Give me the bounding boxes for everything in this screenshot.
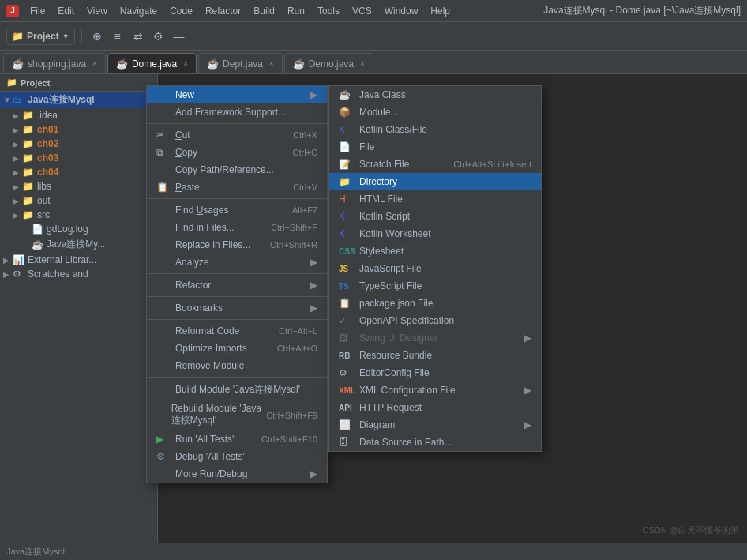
- cm-run-shortcut: Ctrl+Shift+F10: [261, 434, 317, 444]
- tree-item-ch04[interactable]: ▶ 📁 ch04: [0, 165, 157, 179]
- sm-datasource-icon: 🗄: [339, 437, 355, 448]
- tree-item-libs[interactable]: ▶ 📁 libs: [0, 179, 157, 194]
- tree-item-javamysql[interactable]: ☕ Java连接My...: [0, 236, 157, 253]
- expand-arrow-scratches: ▶: [3, 270, 13, 279]
- cm-run-icon: ▶: [156, 434, 171, 445]
- cm-remove-module[interactable]: Remove Module: [147, 357, 327, 374]
- menu-help[interactable]: Help: [426, 4, 455, 18]
- sm-module[interactable]: 📦 Module...: [329, 103, 541, 121]
- cm-reformat-shortcut: Ctrl+Alt+L: [279, 326, 317, 336]
- menu-view[interactable]: View: [82, 4, 112, 18]
- project-label[interactable]: 📁 Project ▼: [6, 28, 75, 45]
- sm-xml-arrow: ▶: [524, 385, 531, 396]
- menu-vcs[interactable]: VCS: [347, 4, 377, 18]
- expand-arrow-ch01: ▶: [13, 126, 22, 134]
- sm-openapi[interactable]: ✓ OpenAPI Specification: [329, 312, 541, 329]
- sm-http-request[interactable]: API HTTP Request: [329, 399, 541, 416]
- tab-dept[interactable]: ☕ Dept.java ×: [198, 53, 283, 73]
- collapse-all-icon[interactable]: ≡: [109, 28, 126, 45]
- settings-icon[interactable]: ⚙: [150, 28, 167, 45]
- cm-bookmarks[interactable]: Bookmarks ▶: [147, 299, 327, 317]
- tree-item-scratches[interactable]: ▶ ⚙ Scratches and: [0, 267, 157, 281]
- sm-diagram[interactable]: ⬜ Diagram ▶: [329, 416, 541, 434]
- expand-all-icon[interactable]: ⊕: [88, 28, 106, 45]
- sm-xml-config[interactable]: XML XML Configuration File ▶: [329, 381, 541, 399]
- menu-window[interactable]: Window: [380, 4, 423, 18]
- tab-shopping[interactable]: ☕ shopping.java ×: [3, 53, 106, 73]
- menu-navigate[interactable]: Navigate: [115, 4, 162, 18]
- sm-stylesheet[interactable]: CSS Stylesheet: [329, 242, 541, 260]
- tree-item-ch03[interactable]: ▶ 📁 ch03: [0, 151, 157, 165]
- cm-sep-5: [147, 319, 327, 320]
- sm-scratch-file[interactable]: 📝 Scratch File Ctrl+Alt+Shift+Insert: [329, 156, 541, 173]
- cm-reformat[interactable]: Reformat Code Ctrl+Alt+L: [147, 322, 327, 340]
- cm-more-run[interactable]: More Run/Debug ▶: [147, 465, 327, 483]
- tree-item-ch02[interactable]: ▶ 📁 ch02: [0, 137, 157, 151]
- menu-bar: File Edit View Navigate Code Refactor Bu…: [25, 4, 455, 18]
- cm-optimize[interactable]: Optimize Imports Ctrl+Alt+O: [147, 340, 327, 357]
- menu-refactor[interactable]: Refactor: [201, 4, 246, 18]
- cm-find-usages[interactable]: Find Usages Alt+F7: [147, 201, 327, 219]
- sm-editorconfig[interactable]: ⚙ EditorConfig File: [329, 364, 541, 381]
- tab-dome[interactable]: ☕ Dome.java ×: [107, 53, 197, 73]
- cm-analyze[interactable]: Analyze ▶: [147, 254, 327, 271]
- tab-close-shopping[interactable]: ×: [92, 59, 97, 68]
- menu-build[interactable]: Build: [249, 4, 280, 18]
- tree-item-ch01[interactable]: ▶ 📁 ch01: [0, 122, 157, 137]
- sm-scratch-shortcut: Ctrl+Alt+Shift+Insert: [453, 160, 531, 169]
- sm-ts-file[interactable]: TS TypeScript File: [329, 277, 541, 295]
- cm-refactor[interactable]: Refactor ▶: [147, 276, 327, 294]
- toolbar: 📁 Project ▼ ⊕ ≡ ⇄ ⚙ —: [0, 22, 747, 51]
- cm-build-module[interactable]: Build Module 'Java连接Mysql': [147, 380, 327, 400]
- tab-close-dome[interactable]: ×: [183, 59, 188, 68]
- sm-package-json[interactable]: 📋 package.json File: [329, 295, 541, 312]
- sm-openapi-icon: ✓: [339, 315, 355, 326]
- cm-rebuild-module[interactable]: Rebuild Module 'Java连接Mysql' Ctrl+Shift+…: [147, 400, 327, 430]
- menu-run[interactable]: Run: [283, 4, 310, 18]
- tab-icon-demo: ☕: [293, 58, 305, 70]
- cm-add-framework[interactable]: Add Framework Support...: [147, 103, 327, 121]
- sm-kotlin-script[interactable]: K Kotlin Script: [329, 208, 541, 225]
- sm-js-file[interactable]: JS JavaScript File: [329, 260, 541, 277]
- menu-edit[interactable]: Edit: [53, 4, 79, 18]
- sm-kotlin-worksheet[interactable]: K Kotlin Worksheet: [329, 225, 541, 242]
- menu-file[interactable]: File: [25, 4, 50, 18]
- cm-new[interactable]: New ▶: [147, 86, 327, 103]
- menu-tools[interactable]: Tools: [313, 4, 344, 18]
- cm-replace-in-files[interactable]: Replace in Files... Ctrl+Shift+R: [147, 236, 327, 254]
- cm-run-tests[interactable]: ▶ Run 'All Tests' Ctrl+Shift+F10: [147, 430, 327, 448]
- cm-copy[interactable]: ⧉ Copy Ctrl+C: [147, 144, 327, 161]
- sm-file[interactable]: 📄 File: [329, 138, 541, 156]
- sm-stylesheet-icon: CSS: [339, 247, 355, 256]
- cm-debug-tests[interactable]: ⚙ Debug 'All Tests': [147, 448, 327, 465]
- cm-cut[interactable]: ✂ Cut Ctrl+X: [147, 126, 327, 144]
- scroll-from-source-icon[interactable]: ⇄: [130, 28, 147, 45]
- sm-datasource[interactable]: 🗄 Data Source in Path...: [329, 434, 541, 451]
- sm-html-file[interactable]: H HTML File: [329, 190, 541, 208]
- sm-kotlin-class[interactable]: K Kotlin Class/File: [329, 121, 541, 138]
- cm-paste[interactable]: 📋 Paste Ctrl+V: [147, 179, 327, 196]
- tree-item-gdlog[interactable]: 📄 gdLog.log: [0, 222, 157, 236]
- sm-swing-arrow: ▶: [524, 333, 531, 344]
- tab-close-demo[interactable]: ×: [360, 59, 365, 68]
- tree-item-out[interactable]: ▶ 📁 out: [0, 194, 157, 208]
- file-icon-gdlog: 📄: [32, 224, 44, 235]
- menu-code[interactable]: Code: [165, 4, 197, 18]
- sm-directory[interactable]: 📁 Directory: [329, 173, 541, 190]
- tab-demo[interactable]: ☕ Demo.java ×: [284, 53, 374, 73]
- sm-resource-bundle[interactable]: RB Resource Bundle: [329, 347, 541, 364]
- cm-copy-path[interactable]: Copy Path/Reference...: [147, 161, 327, 179]
- minimize-icon[interactable]: —: [171, 28, 188, 45]
- cm-copy-icon: ⧉: [156, 147, 171, 158]
- expand-arrow: ▼: [3, 96, 13, 104]
- tree-item-idea[interactable]: ▶ 📁 .idea: [0, 108, 157, 122]
- tree-item-external[interactable]: ▶ 📊 External Librar...: [0, 253, 157, 267]
- tab-close-dept[interactable]: ×: [269, 59, 274, 68]
- cm-find-in-files[interactable]: Find in Files... Ctrl+Shift+F: [147, 219, 327, 236]
- cm-paste-icon: 📋: [156, 182, 171, 193]
- tree-item-root[interactable]: ▼ 🗂 Java连接Mysql: [0, 92, 157, 108]
- sm-java-class[interactable]: ☕ Java Class: [329, 86, 541, 103]
- sm-diagram-arrow: ▶: [524, 419, 531, 430]
- expand-arrow-external: ▶: [3, 256, 13, 265]
- tree-item-src[interactable]: ▶ 📁 src: [0, 208, 157, 222]
